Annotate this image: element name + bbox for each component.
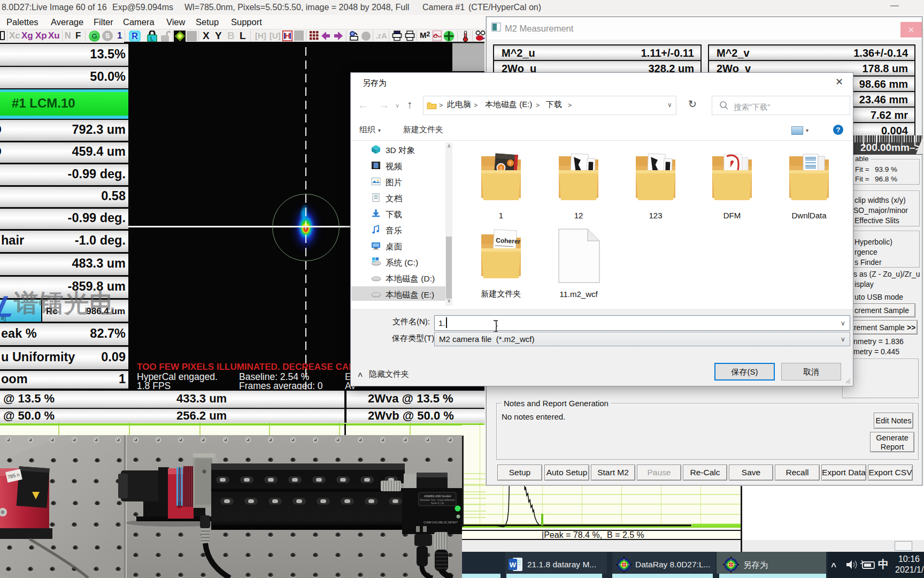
svg-text:W: W <box>510 561 517 569</box>
svg-text:DC DETEKT: DC DETEKT <box>444 521 458 524</box>
svg-text:COMM GHLI-DBL: COMM GHLI-DBL <box>424 521 443 524</box>
svg-text:Modulare Two - linear deflecti: Modulare Two - linear deflection <box>420 499 455 501</box>
svg-text:1: 1 <box>499 165 503 171</box>
svg-text:Seri# 4 | CE: Seri# 4 | CE <box>431 502 444 505</box>
svg-text:H: H <box>284 32 290 40</box>
svg-text:Coherer: Coherer <box>496 237 521 245</box>
svg-text:L: L <box>150 36 153 42</box>
svg-text:ASM63-200 GmbH: ASM63-200 GmbH <box>424 495 451 498</box>
